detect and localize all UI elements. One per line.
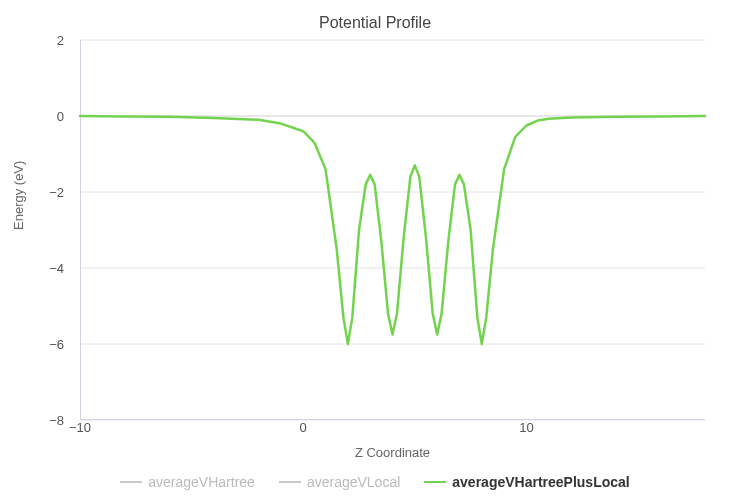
x-axis-ticks: −10010 — [80, 420, 705, 440]
plot-svg — [80, 40, 705, 420]
y-tick-label: −4 — [49, 261, 64, 276]
legend-swatch-icon — [424, 481, 446, 483]
legend-item-averageVLocal[interactable]: averageVLocal — [279, 474, 400, 490]
plot-area[interactable] — [80, 40, 705, 420]
legend-swatch-icon — [120, 481, 142, 483]
legend-label: averageVLocal — [307, 474, 400, 490]
legend-label: averageVHartreePlusLocal — [452, 474, 629, 490]
y-tick-label: 0 — [57, 109, 64, 124]
chart-title: Potential Profile — [0, 14, 750, 32]
x-tick-label: −10 — [69, 420, 91, 435]
legend-swatch-icon — [279, 481, 301, 483]
legend-item-averageVHartreePlusLocal[interactable]: averageVHartreePlusLocal — [424, 474, 629, 490]
chart-container: Potential Profile Energy (eV) Z Coordina… — [0, 0, 750, 500]
x-tick-label: 10 — [519, 420, 533, 435]
legend-item-averageVHartree[interactable]: averageVHartree — [120, 474, 255, 490]
y-tick-label: 2 — [57, 33, 64, 48]
y-axis-ticks: −8−6−4−202 — [0, 40, 72, 420]
y-tick-label: −2 — [49, 185, 64, 200]
legend: averageVHartreeaverageVLocalaverageVHart… — [0, 470, 750, 490]
y-tick-label: −8 — [49, 413, 64, 428]
x-axis-label: Z Coordinate — [80, 445, 705, 460]
y-tick-label: −6 — [49, 337, 64, 352]
series-averageVHartreePlusLocal — [80, 116, 705, 344]
x-tick-label: 0 — [300, 420, 307, 435]
legend-label: averageVHartree — [148, 474, 255, 490]
